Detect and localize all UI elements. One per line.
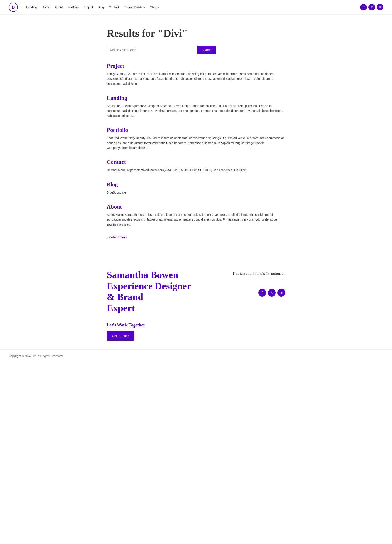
nav-item-home[interactable]: Home	[40, 5, 52, 10]
results-heading: Results for "Divi"	[107, 28, 285, 39]
logo-letter: D	[12, 5, 15, 10]
nav-item-theme-builder[interactable]: Theme Builder ▾	[122, 5, 147, 10]
footer-inner: Samantha Bowen Experience Designer & Bra…	[98, 270, 294, 349]
footer-social-icons: f ✕ ◎	[258, 289, 285, 297]
nav-item-project[interactable]: Project	[82, 5, 95, 10]
search-button[interactable]: Search	[197, 46, 216, 54]
result-text: Featured WorkTrinity Beauty, Co.Lorem ip…	[107, 136, 285, 150]
result-text: Samantha BowenExperience Designer & Bran…	[107, 104, 285, 118]
result-text: BlogSubscribe	[107, 190, 285, 195]
footer-bottom: Copyright © 2024 Divi. All Rights Reserv…	[0, 349, 392, 362]
footer: Samantha Bowen Experience Designer & Bra…	[0, 261, 392, 362]
nav-item-contact[interactable]: Contact	[107, 5, 121, 10]
chevron-down-icon: ▾	[158, 6, 159, 8]
header-instagram-icon[interactable]: ◎	[369, 4, 375, 11]
result-item: BlogBlogSubscribe	[107, 181, 285, 195]
result-title-portfolio[interactable]: Portfolio	[107, 127, 285, 133]
result-item: AboutAbout MeI'm SamanthaLorem ipsum dol…	[107, 204, 285, 227]
footer-grid: Samantha Bowen Experience Designer & Bra…	[107, 270, 285, 349]
footer-copyright: Copyright © 2024 Divi. All Rights Reserv…	[9, 354, 63, 358]
footer-x-icon[interactable]: ✕	[268, 289, 276, 297]
result-title-about[interactable]: About	[107, 204, 285, 210]
footer-facebook-icon[interactable]: f	[258, 289, 266, 297]
nav-item-about[interactable]: About	[53, 5, 64, 10]
result-text: About MeI'm SamanthaLorem ipsum dolor si…	[107, 212, 285, 227]
result-title-project[interactable]: Project	[107, 63, 285, 69]
result-item: ProjectTrinity Beauty, Co.Lorem ipsum do…	[107, 63, 285, 86]
header-x-icon[interactable]: ✕	[377, 4, 383, 11]
footer-brand-col: Samantha Bowen Experience Designer & Bra…	[107, 270, 198, 340]
header: D LandingHomeAboutPortfolioProjectBlogCo…	[0, 0, 392, 15]
header-social-icons: 𝒫 ◎ ✕	[360, 4, 383, 11]
nav-item-portfolio[interactable]: Portfolio	[66, 5, 80, 10]
result-item: LandingSamantha BowenExperience Designer…	[107, 95, 285, 118]
main-nav: LandingHomeAboutPortfolioProjectBlogCont…	[24, 5, 360, 10]
footer-brand-name: Samantha Bowen Experience Designer & Bra…	[107, 270, 198, 314]
nav-item-blog[interactable]: Blog	[96, 5, 106, 10]
footer-instagram-icon[interactable]: ◎	[277, 289, 285, 297]
footer-tagline: Realize your brand's full potential.	[233, 272, 285, 276]
logo-circle: D	[9, 3, 18, 12]
footer-cta: Let's Work Together Get In Touch	[107, 323, 198, 341]
result-title-contact[interactable]: Contact	[107, 159, 285, 166]
get-in-touch-button[interactable]: Get In Touch	[107, 331, 134, 341]
result-title-blog[interactable]: Blog	[107, 181, 285, 188]
result-title-landing[interactable]: Landing	[107, 95, 285, 101]
result-text: Contact Mehello@divicreativedirector.com…	[107, 168, 285, 172]
search-bar: Search	[107, 46, 216, 54]
result-item: PortfolioFeatured WorkTrinity Beauty, Co…	[107, 127, 285, 150]
footer-right-col: Realize your brand's full potential. f ✕…	[233, 270, 285, 297]
result-item: ContactContact Mehello@divicreativedirec…	[107, 159, 285, 172]
footer-lets-work: Let's Work Together	[107, 323, 198, 328]
older-entries-link[interactable]: « Older Entries	[107, 236, 285, 239]
search-input[interactable]	[107, 46, 197, 54]
main-content: Results for "Divi" Search ProjectTrinity…	[98, 15, 294, 261]
nav-item-landing[interactable]: Landing	[24, 5, 39, 10]
chevron-down-icon: ▾	[144, 6, 145, 8]
result-text: Trinity Beauty, Co.Lorem ipsum dolor sit…	[107, 71, 285, 86]
results-list: ProjectTrinity Beauty, Co.Lorem ipsum do…	[107, 63, 285, 227]
header-pinterest-icon[interactable]: 𝒫	[360, 4, 367, 11]
logo[interactable]: D	[9, 3, 18, 12]
nav-item-shop[interactable]: Shop ▾	[148, 5, 161, 10]
